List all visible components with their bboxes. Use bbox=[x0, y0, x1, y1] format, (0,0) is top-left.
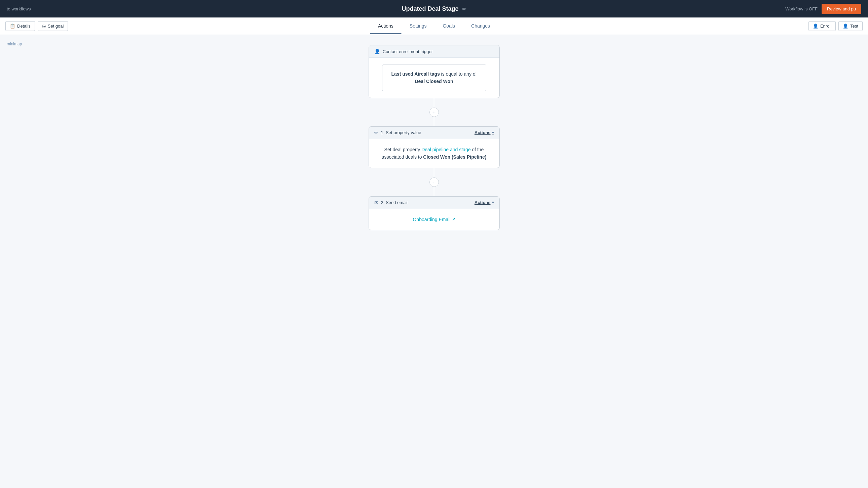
external-link-icon: ↗ bbox=[452, 216, 455, 223]
action-2-body: Onboarding Email ↗ bbox=[369, 209, 499, 230]
action-2-header-label: 2. Send email bbox=[381, 200, 408, 205]
workflow-title: Updated Deal Stage bbox=[402, 5, 458, 12]
condition-plain1: is equal to any of bbox=[440, 71, 477, 77]
connector-1: + bbox=[430, 98, 439, 126]
trigger-card: 👤 Contact enrollment trigger Last used A… bbox=[369, 45, 500, 98]
action-header-2: ✉ 2. Send email Actions ▾ bbox=[369, 197, 499, 209]
tab-changes[interactable]: Changes bbox=[463, 19, 498, 34]
action-1-link[interactable]: Deal pipeline and stage bbox=[422, 147, 470, 152]
enroll-button[interactable]: 👤 Enroll bbox=[808, 21, 836, 31]
action-1-header-label: 1. Set property value bbox=[381, 130, 422, 135]
action-header-1: ✏ 1. Set property value Actions ▾ bbox=[369, 127, 499, 139]
action-header-left-2: ✉ 2. Send email bbox=[374, 200, 408, 205]
top-bar-center: Updated Deal Stage ✏ bbox=[402, 5, 466, 12]
workflow-status: Workflow is OFF bbox=[785, 6, 817, 11]
action-1-menu[interactable]: Actions ▾ bbox=[474, 130, 494, 135]
tab-goals[interactable]: Goals bbox=[434, 19, 463, 34]
set-goal-icon: ◎ bbox=[42, 24, 46, 29]
add-step-button-2[interactable]: + bbox=[430, 177, 439, 187]
action-2-menu-arrow: ▾ bbox=[492, 200, 494, 205]
top-bar-right: Workflow is OFF Review and pu bbox=[785, 4, 861, 14]
email-link-text: Onboarding Email bbox=[413, 216, 450, 223]
trigger-icon: 👤 bbox=[374, 49, 380, 54]
trigger-header: 👤 Contact enrollment trigger bbox=[369, 45, 499, 58]
test-button[interactable]: 👤 Test bbox=[838, 21, 863, 31]
set-goal-label: Set goal bbox=[48, 24, 64, 29]
top-bar-left: to workflows bbox=[7, 6, 31, 11]
nav-left: 📋 Details ◎ Set goal bbox=[5, 21, 68, 31]
minimap-label: minimap bbox=[7, 42, 22, 46]
action-card-2: ✉ 2. Send email Actions ▾ Onboarding Ema… bbox=[369, 196, 500, 230]
connector-2: + bbox=[430, 168, 439, 196]
onboarding-email-link[interactable]: Onboarding Email ↗ bbox=[374, 216, 494, 223]
action-1-bold: Closed Won (Sales Pipeline) bbox=[423, 154, 486, 160]
action-1-icon: ✏ bbox=[374, 130, 378, 135]
add-step-button-1[interactable]: + bbox=[430, 107, 439, 117]
test-label: Test bbox=[850, 24, 858, 29]
action-card-1: ✏ 1. Set property value Actions ▾ Set de… bbox=[369, 126, 500, 168]
enroll-icon: 👤 bbox=[813, 24, 818, 29]
nav-tabs: Actions Settings Goals Changes bbox=[370, 19, 498, 34]
action-2-icon: ✉ bbox=[374, 200, 378, 205]
review-publish-button[interactable]: Review and pu bbox=[822, 4, 861, 14]
condition-bold2: Deal Closed Won bbox=[415, 79, 453, 84]
nav-right: 👤 Enroll 👤 Test bbox=[808, 21, 863, 31]
action-1-menu-arrow: ▾ bbox=[492, 130, 494, 135]
action-header-left-1: ✏ 1. Set property value bbox=[374, 130, 422, 135]
back-to-workflows-link[interactable]: to workflows bbox=[7, 6, 31, 11]
condition-bold1: Last used Aircall tags bbox=[392, 71, 440, 77]
trigger-body: Last used Aircall tags is equal to any o… bbox=[369, 58, 499, 98]
enroll-label: Enroll bbox=[820, 24, 831, 29]
action-2-menu[interactable]: Actions ▾ bbox=[474, 200, 494, 205]
details-label: Details bbox=[17, 24, 31, 29]
action-1-prefix: Set deal property bbox=[384, 147, 422, 152]
details-button[interactable]: 📋 Details bbox=[5, 21, 35, 31]
tab-settings[interactable]: Settings bbox=[402, 19, 435, 34]
nav-bar: 📋 Details ◎ Set goal Actions Settings Go… bbox=[0, 18, 868, 35]
top-bar: to workflows Updated Deal Stage ✏ Workfl… bbox=[0, 0, 868, 18]
action-1-body: Set deal property Deal pipeline and stag… bbox=[369, 139, 499, 168]
trigger-header-label: Contact enrollment trigger bbox=[383, 49, 433, 54]
workflow-column: 👤 Contact enrollment trigger Last used A… bbox=[367, 45, 501, 230]
condition-box[interactable]: Last used Aircall tags is equal to any o… bbox=[382, 65, 486, 91]
workflow-canvas: minimap 👤 Contact enrollment trigger Las… bbox=[0, 35, 868, 488]
test-icon: 👤 bbox=[843, 24, 848, 29]
details-icon: 📋 bbox=[10, 24, 15, 29]
tab-actions[interactable]: Actions bbox=[370, 19, 402, 34]
edit-icon[interactable]: ✏ bbox=[462, 6, 466, 12]
action-1-menu-label: Actions bbox=[474, 130, 491, 135]
action-2-menu-label: Actions bbox=[474, 200, 491, 205]
set-goal-button[interactable]: ◎ Set goal bbox=[38, 21, 68, 31]
